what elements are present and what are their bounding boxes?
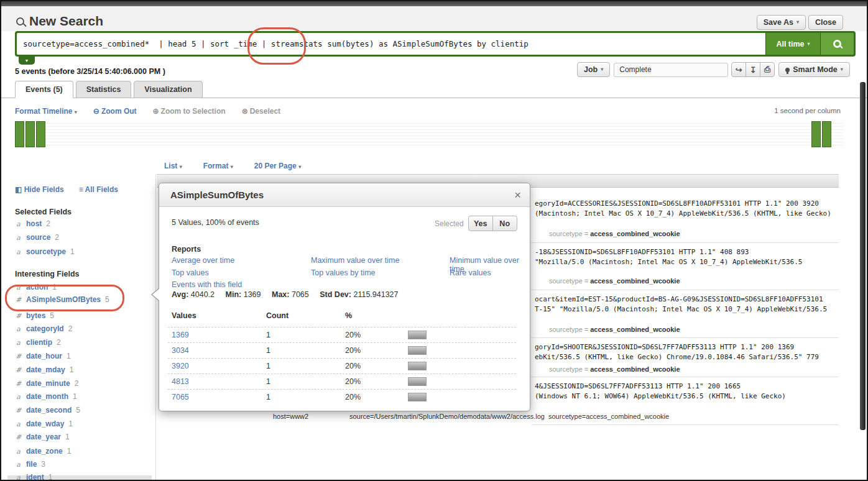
meta-value[interactable]: /Users/tmartin/SplunkDemo/demodata/www2/…	[374, 413, 545, 420]
save-as-button[interactable]: Save As ▾	[757, 15, 806, 30]
field-item-categoryid[interactable]: a categoryId 2	[15, 324, 72, 333]
lightbulb-icon	[785, 68, 790, 72]
share-button[interactable]: ↪	[731, 62, 746, 77]
field-item-date-zone[interactable]: a date_zone 1	[15, 447, 71, 456]
job-label: Job	[584, 65, 598, 74]
meta-value[interactable]: access_combined_wcookie	[590, 326, 680, 333]
field-item-host[interactable]: a host 2	[15, 219, 50, 228]
report-link-top-values-by-time[interactable]: Top values by time	[311, 268, 376, 277]
field-item-source[interactable]: a source 2	[15, 233, 59, 242]
field-item-date-mday[interactable]: # date_mday 1	[15, 365, 73, 374]
hide-fields-link[interactable]: ◧ Hide Fields	[15, 185, 64, 194]
field-detail-popup: ASimpleSumOfBytes × 5 Values, 100% of ev…	[159, 183, 530, 411]
meta-value[interactable]: access_combined_wcookie	[590, 230, 680, 237]
field-item-clientip[interactable]: a clientip 2	[15, 338, 61, 347]
field-item-date-second[interactable]: # date_second 5	[15, 406, 80, 415]
tab-events[interactable]: Events (5)	[15, 81, 73, 98]
list-view-menu[interactable]: List ▾	[164, 162, 182, 170]
field-item-ident[interactable]: a ident 1	[15, 473, 52, 481]
event-divider	[532, 337, 839, 338]
selected-yes-button[interactable]: Yes	[468, 216, 493, 231]
selected-no-button[interactable]: No	[492, 216, 517, 231]
event-raw-text[interactable]: (Windows NT 6.1; WOW64) AppleWebKit/536.…	[535, 392, 786, 401]
per-page-menu[interactable]: 20 Per Page ▾	[254, 162, 301, 170]
time-range-label: All time	[776, 40, 804, 48]
event-raw-text[interactable]: T-15" "Mozilla/5.0 (Macintosh; Intel Mac…	[535, 305, 827, 314]
zoom-to-selection-button[interactable]: ⊕Zoom to Selection	[153, 107, 226, 116]
field-item-date-month[interactable]: a date_month 1	[15, 392, 77, 401]
time-range-picker[interactable]: All time ▾	[765, 33, 820, 55]
field-item-bytes[interactable]: # bytes 5	[15, 311, 54, 320]
event-divider	[532, 424, 839, 425]
report-link-rare-values[interactable]: Rare values	[450, 268, 491, 277]
field-count: 1	[48, 473, 53, 481]
events-summary: 5 events (before 3/25/14 5:40:06.000 PM …	[15, 67, 165, 76]
popup-title: ASimpleSumOfBytes	[170, 190, 264, 200]
zoom-out-button[interactable]: ⊖Zoom Out	[93, 107, 137, 116]
number-field-icon: #	[15, 312, 22, 320]
string-field-icon: a	[15, 393, 22, 401]
field-count: 2	[46, 219, 50, 228]
number-field-icon: #	[15, 433, 22, 441]
event-raw-text[interactable]: egoryId=ACCESSORIES&JSESSIONID=SD6SL8FF1…	[535, 199, 819, 208]
event-raw-text[interactable]: goryId=SHOOTER&JSESSIONID=SD6SL7FF7ADFF5…	[535, 342, 794, 352]
field-item-date-wday[interactable]: a date_wday 1	[15, 419, 73, 428]
field-name: ident	[26, 473, 44, 481]
format-timeline-menu[interactable]: Format Timeline ▾	[15, 107, 77, 116]
report-link-average-over-time[interactable]: Average over time	[172, 256, 234, 265]
window-scrollbar[interactable]	[860, 82, 866, 430]
tab-visualization[interactable]: Visualization	[134, 81, 202, 98]
values-column-header: Values	[172, 311, 196, 320]
search-query-input[interactable]: sourcetype=access_combined* | head 5 | s…	[17, 33, 765, 55]
field-item-date-minute[interactable]: # date_minute 2	[15, 379, 78, 388]
search-submit-button[interactable]	[820, 33, 854, 55]
meta-value[interactable]: access_combined_wcookie	[586, 413, 669, 420]
job-menu-button[interactable]: Job ▾	[577, 62, 610, 77]
print-button[interactable]: ⎙	[760, 62, 775, 77]
value-link[interactable]: 3920	[172, 362, 189, 370]
format-menu[interactable]: Format ▾	[203, 162, 233, 170]
field-name: sourcetype	[26, 247, 66, 256]
field-item-file[interactable]: a file 3	[15, 460, 45, 469]
meta-value[interactable]: access_combined_wcookie	[590, 277, 680, 285]
save-as-label: Save As	[764, 18, 793, 27]
search-assistant-toggle[interactable]: ▼	[19, 57, 35, 65]
field-item-date-hour[interactable]: # date_hour 1	[15, 352, 71, 360]
export-button[interactable]: ↧	[746, 62, 760, 77]
close-button[interactable]: Close	[808, 15, 843, 30]
field-item-date-year[interactable]: # date_year 1	[15, 433, 70, 441]
field-name: date_minute	[26, 379, 70, 388]
timeline-bar[interactable]	[15, 121, 24, 147]
deselect-button[interactable]: ⊗Deselect	[242, 107, 280, 116]
smart-mode-button[interactable]: Smart Mode ▾	[778, 62, 850, 77]
tab-statistics[interactable]: Statistics	[76, 81, 132, 98]
page-title: New Search	[16, 14, 103, 29]
field-name: host	[26, 219, 42, 228]
event-raw-text[interactable]: -18&JSESSIONID=SD6SL8FF10ADFF53101 HTTP …	[535, 247, 749, 257]
timeline-bar[interactable]	[36, 121, 45, 147]
value-link[interactable]: 7065	[172, 393, 189, 401]
field-count: 1	[73, 392, 77, 401]
job-progress-bar: Complete	[614, 63, 728, 77]
meta-value[interactable]: www2	[290, 413, 308, 420]
event-raw-text[interactable]: ebKit/536.5 (KHTML, like Gecko) Chrome/1…	[535, 352, 819, 362]
report-link-top-values[interactable]: Top values	[172, 268, 209, 277]
event-raw-text[interactable]: 4&JSESSIONID=SD6SL7FF7ADFF53113 HTTP 1.1…	[535, 382, 741, 391]
meta-value[interactable]: access_combined_wcookie	[590, 365, 680, 373]
timeline-histogram[interactable]	[15, 121, 844, 148]
event-raw-text[interactable]: (Macintosh; Intel Mac OS X 10_7_4) Apple…	[535, 209, 831, 218]
timeline-bar[interactable]	[811, 121, 821, 147]
all-fields-link[interactable]: ≡ All Fields	[79, 185, 118, 194]
all-fields-label: All Fields	[85, 185, 118, 194]
event-raw-text[interactable]: ocart&itemId=EST-15&productId=BS-AG-G09&…	[535, 295, 823, 304]
value-link[interactable]: 4813	[172, 377, 189, 386]
report-link-events-with-field[interactable]: Events with this field	[172, 280, 242, 289]
close-icon[interactable]: ×	[514, 188, 521, 202]
value-link[interactable]: 1369	[172, 331, 189, 339]
timeline-bar[interactable]	[822, 121, 831, 147]
value-link[interactable]: 3034	[172, 346, 189, 355]
timeline-bar[interactable]	[25, 121, 35, 147]
report-link-maximum-over-time[interactable]: Maximum value over time	[311, 256, 399, 265]
field-item-sourcetype[interactable]: a sourcetype 1	[15, 247, 75, 256]
event-raw-text[interactable]: "Mozilla/5.0 (Macintosh; Intel Mac OS X …	[535, 257, 802, 267]
